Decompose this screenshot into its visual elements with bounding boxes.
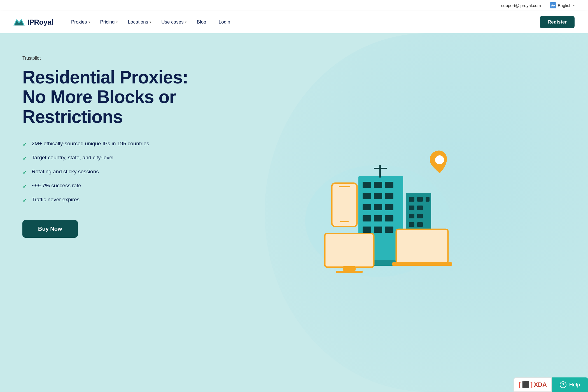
hero-title: Residential Proxies: No More Blocks or R…: [22, 67, 190, 127]
check-icon-2: ✓: [22, 155, 27, 162]
svg-rect-43: [392, 262, 452, 266]
svg-rect-30: [409, 222, 414, 227]
help-button[interactable]: ? Help: [552, 377, 588, 392]
lang-chevron-icon: ▾: [573, 4, 575, 7]
nav-proxies[interactable]: Proxies ▾: [67, 17, 95, 27]
feature-text-3: Rotating and sticky sessions: [32, 168, 99, 176]
logo-link[interactable]: IPRoyal: [13, 18, 53, 27]
feature-text-1: 2M+ ethically-sourced unique IPs in 195 …: [32, 140, 149, 148]
svg-rect-4: [363, 182, 371, 188]
svg-rect-25: [426, 197, 430, 202]
svg-rect-20: [379, 165, 381, 178]
svg-rect-37: [339, 186, 350, 187]
logo-text: IPRoyal: [27, 18, 53, 27]
help-label: Help: [569, 382, 580, 388]
svg-rect-31: [417, 222, 423, 227]
xda-badge: [ ⬛ ] XDA: [514, 377, 552, 392]
svg-rect-39: [325, 234, 374, 267]
svg-rect-24: [417, 197, 423, 202]
svg-rect-38: [340, 221, 349, 222]
hero-content: Trustpilot Residential Proxies: No More …: [22, 50, 190, 369]
svg-rect-40: [343, 266, 356, 271]
proxies-chevron-icon: ▾: [88, 20, 90, 24]
svg-rect-8: [374, 193, 382, 199]
svg-rect-15: [385, 215, 393, 221]
language-selector[interactable]: Aø English ▾: [550, 2, 575, 8]
bracket-left-icon: [: [519, 381, 521, 389]
nav-login[interactable]: Login: [214, 17, 235, 27]
svg-rect-41: [336, 271, 363, 273]
svg-point-35: [435, 155, 444, 164]
svg-rect-12: [385, 204, 393, 210]
nav-pricing[interactable]: Pricing ▾: [96, 17, 122, 27]
feature-item: ✓ Traffic never expires: [22, 196, 190, 204]
language-label: English: [558, 3, 571, 8]
nav-locations[interactable]: Locations ▾: [123, 17, 156, 27]
buy-now-button[interactable]: Buy Now: [22, 220, 78, 238]
xda-text: ⬛: [522, 381, 529, 388]
hero-svg: [297, 137, 459, 283]
feature-list: ✓ 2M+ ethically-sourced unique IPs in 19…: [22, 140, 190, 204]
svg-rect-36: [332, 183, 357, 227]
svg-rect-16: [363, 227, 371, 233]
navbar: IPRoyal Proxies ▾ Pricing ▾ Locations ▾ …: [0, 11, 588, 33]
xda-label: XDA: [534, 381, 547, 388]
check-icon-5: ✓: [22, 197, 27, 204]
feature-text-5: Traffic never expires: [32, 196, 80, 204]
feature-item: ✓ 2M+ ethically-sourced unique IPs in 19…: [22, 140, 190, 148]
bracket-right-icon: ]: [531, 381, 533, 389]
hero-illustration: [190, 50, 566, 369]
hero-section: Trustpilot Residential Proxies: No More …: [0, 33, 588, 392]
nav-use-cases[interactable]: Use cases ▾: [157, 17, 191, 27]
svg-rect-29: [417, 214, 423, 218]
svg-rect-27: [417, 206, 423, 210]
svg-rect-17: [374, 227, 382, 233]
help-circle-icon: ?: [560, 381, 566, 388]
lang-icon: Aø: [550, 2, 556, 8]
check-icon-4: ✓: [22, 183, 27, 190]
topbar: support@iproyal.com Aø English ▾: [0, 0, 588, 11]
check-icon-1: ✓: [22, 141, 27, 148]
svg-rect-9: [385, 193, 393, 199]
register-button[interactable]: Register: [540, 16, 575, 28]
svg-rect-7: [363, 193, 371, 199]
svg-rect-18: [385, 227, 393, 233]
feature-item: ✓ Target country, state, and city-level: [22, 154, 190, 162]
trustpilot-label: Trustpilot: [22, 56, 190, 61]
svg-rect-13: [363, 215, 371, 221]
support-email[interactable]: support@iproyal.com: [501, 3, 541, 8]
feature-item: ✓ Rotating and sticky sessions: [22, 168, 190, 176]
nav-links: Proxies ▾ Pricing ▾ Locations ▾ Use case…: [67, 17, 535, 27]
svg-rect-14: [374, 215, 382, 221]
svg-rect-6: [385, 182, 393, 188]
svg-rect-10: [363, 204, 371, 210]
feature-item: ✓ ~99.7% success rate: [22, 182, 190, 190]
use-cases-chevron-icon: ▾: [185, 20, 187, 24]
svg-rect-26: [409, 206, 414, 210]
svg-rect-28: [409, 214, 414, 218]
bottom-bar: [ ⬛ ] XDA ? Help: [514, 377, 588, 392]
feature-text-2: Target country, state, and city-level: [32, 154, 113, 162]
check-icon-3: ✓: [22, 169, 27, 176]
svg-rect-42: [396, 229, 448, 263]
feature-text-4: ~99.7% success rate: [32, 182, 81, 190]
pricing-chevron-icon: ▾: [116, 20, 118, 24]
svg-rect-5: [374, 182, 382, 188]
svg-rect-21: [374, 168, 387, 169]
logo-icon: [13, 18, 25, 27]
nav-blog[interactable]: Blog: [192, 17, 211, 27]
svg-rect-11: [374, 204, 382, 210]
svg-rect-23: [409, 197, 414, 202]
locations-chevron-icon: ▾: [150, 20, 151, 24]
